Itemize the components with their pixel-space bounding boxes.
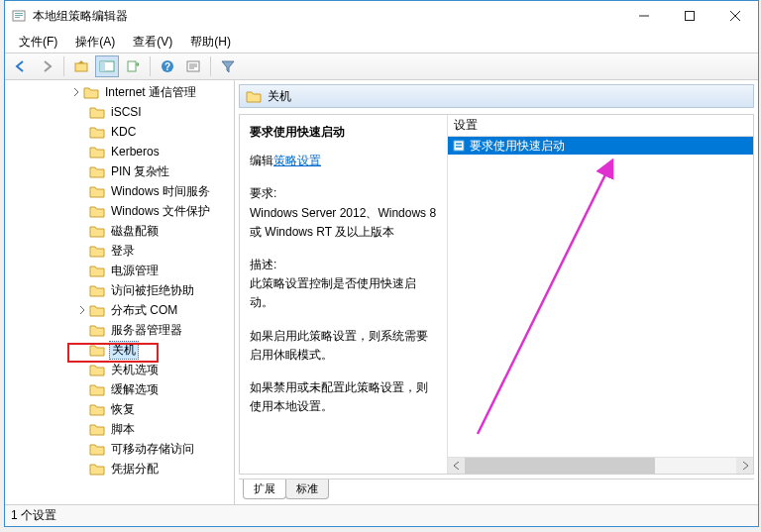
tree-item[interactable]: Windows 时间服务 (5, 181, 234, 201)
tab-standard[interactable]: 标准 (285, 479, 329, 499)
tree-item-label: Internet 通信管理 (103, 84, 198, 101)
folder-icon (89, 105, 105, 119)
selected-policy-title: 要求使用快速启动 (250, 123, 437, 142)
menu-help[interactable]: 帮助(H) (182, 32, 239, 53)
tree-item[interactable]: 服务器管理器 (5, 320, 234, 340)
detail-pane: 关机 要求使用快速启动 编辑策略设置 要求: Windows Server 20… (235, 80, 758, 504)
menu-file[interactable]: 文件(F) (11, 32, 65, 53)
folder-icon (89, 224, 105, 238)
edit-label: 编辑 (250, 154, 273, 167)
app-icon (11, 8, 27, 24)
tree-item[interactable]: 关机 (5, 340, 234, 360)
tree-item-label: Kerberos (109, 145, 162, 159)
window-controls (621, 1, 758, 31)
tree-pane[interactable]: Internet 通信管理iSCSIKDCKerberosPIN 复杂性Wind… (5, 80, 235, 504)
expander-icon (76, 245, 88, 257)
up-button[interactable] (69, 55, 93, 77)
folder-icon (89, 363, 105, 376)
svg-rect-2 (15, 15, 23, 16)
tree-item-label: iSCSI (109, 105, 144, 119)
svg-rect-10 (100, 61, 105, 71)
list-column-header[interactable]: 设置 (448, 115, 753, 137)
tree-item[interactable]: 脚本 (5, 419, 234, 439)
expander-icon (76, 106, 88, 118)
svg-rect-20 (456, 146, 462, 148)
folder-icon (89, 323, 105, 337)
scroll-thumb[interactable] (465, 458, 655, 474)
minimize-button[interactable] (621, 1, 667, 31)
maximize-button[interactable] (667, 1, 712, 31)
expander-icon (76, 146, 88, 158)
tree-item[interactable]: 电源管理 (5, 261, 234, 280)
tree-item[interactable]: iSCSI (5, 102, 234, 122)
expander-icon (76, 423, 88, 435)
edit-policy-link[interactable]: 策略设置 (273, 154, 321, 167)
toolbar-separator (210, 56, 211, 76)
tree-item-label: Windows 文件保护 (109, 203, 212, 220)
tree-item[interactable]: 凭据分配 (5, 459, 234, 479)
svg-rect-19 (456, 143, 462, 145)
show-hide-tree-button[interactable] (95, 55, 119, 77)
svg-rect-5 (686, 12, 695, 21)
tree-item[interactable]: 分布式 COM (5, 300, 234, 320)
horizontal-scrollbar[interactable] (448, 457, 753, 474)
expander-icon (76, 383, 88, 395)
tree-item[interactable]: 可移动存储访问 (5, 439, 234, 459)
folder-icon (89, 442, 105, 456)
tree-item[interactable]: Internet 通信管理 (5, 82, 234, 102)
list-item[interactable]: 要求使用快速启动 (448, 137, 753, 155)
expander-icon[interactable] (70, 86, 82, 98)
tree-item[interactable]: 缓解选项 (5, 379, 234, 399)
description-text-3: 如果禁用或未配置此策略设置，则使用本地设置。 (250, 378, 437, 416)
menu-view[interactable]: 查看(V) (125, 32, 180, 53)
detail-header-title: 关机 (268, 88, 291, 105)
tree-item[interactable]: 访问被拒绝协助 (5, 280, 234, 300)
scroll-track[interactable] (465, 458, 736, 474)
description-text-2: 如果启用此策略设置，则系统需要启用休眠模式。 (250, 327, 437, 365)
folder-icon (89, 204, 105, 218)
forward-button[interactable] (35, 55, 58, 77)
tree-item[interactable]: KDC (5, 122, 234, 142)
tree-item[interactable]: 磁盘配额 (5, 221, 234, 241)
folder-icon (89, 303, 105, 317)
expander-icon (76, 364, 88, 375)
tree-item[interactable]: PIN 复杂性 (5, 161, 234, 181)
scroll-right-button[interactable] (736, 458, 753, 474)
description-label: 描述: (250, 256, 437, 274)
expander-icon[interactable] (76, 304, 88, 316)
tree-item[interactable]: Windows 文件保护 (5, 201, 234, 221)
expander-icon (76, 126, 88, 138)
export-button[interactable] (121, 55, 145, 77)
tab-extended[interactable]: 扩展 (243, 479, 286, 499)
expander-icon (76, 344, 88, 356)
folder-icon (89, 164, 105, 178)
list-body[interactable]: 要求使用快速启动 (448, 137, 753, 457)
statusbar: 1 个设置 (5, 504, 758, 526)
list-item-label: 要求使用快速启动 (470, 138, 565, 155)
tree-item-label: 脚本 (109, 421, 137, 438)
tree-item[interactable]: 关机选项 (5, 360, 234, 379)
expander-icon (76, 205, 88, 217)
back-button[interactable] (9, 55, 33, 77)
tree-item-label: 凭据分配 (109, 461, 161, 478)
gpedit-window: 本地组策略编辑器 文件(F) 操作(A) 查看(V) 帮助(H) ? Inter… (4, 0, 759, 527)
folder-icon (89, 402, 105, 416)
expander-icon (76, 443, 88, 455)
toolbar: ? (5, 53, 758, 80)
menu-action[interactable]: 操作(A) (67, 32, 123, 53)
properties-button[interactable] (181, 55, 205, 77)
titlebar-title: 本地组策略编辑器 (33, 8, 621, 25)
scroll-left-button[interactable] (448, 458, 465, 474)
filter-button[interactable] (216, 55, 240, 77)
expander-icon (76, 185, 88, 197)
close-button[interactable] (712, 1, 758, 31)
tree-item[interactable]: 登录 (5, 241, 234, 261)
folder-icon (89, 184, 105, 198)
expander-icon (76, 284, 88, 296)
folder-icon (246, 89, 262, 103)
tree-item[interactable]: Kerberos (5, 142, 234, 161)
tree-item-label: 恢复 (109, 401, 137, 418)
tree-item[interactable]: 恢复 (5, 399, 234, 419)
expander-icon (76, 165, 88, 177)
help-button[interactable]: ? (156, 55, 179, 77)
